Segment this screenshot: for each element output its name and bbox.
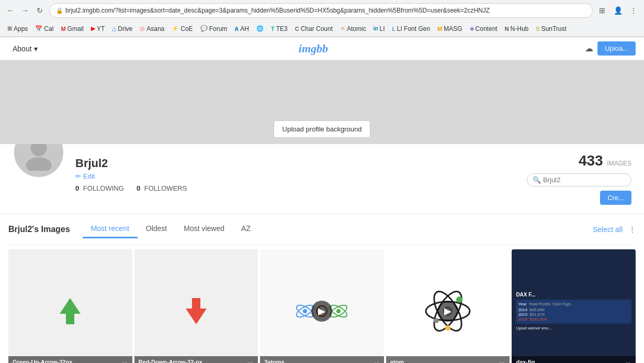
green-arrow-up-svg (54, 295, 86, 327)
bookmark-li-label: LI (380, 25, 385, 32)
te3-icon: T (271, 26, 275, 32)
li-icon: in (374, 26, 378, 31)
about-label: About (13, 45, 32, 53)
sort-icon[interactable]: ⋮ (629, 225, 636, 233)
bookmark-masg[interactable]: M MASG (434, 24, 466, 34)
play-button-3atoms[interactable]: ▶ (311, 301, 332, 322)
bookmark-gmail-label: Gmail (67, 25, 84, 32)
card-info-green-up: Green-Up-Arrow-32px From Brjul2's images (8, 356, 132, 363)
refresh-button[interactable]: ↻ (33, 4, 46, 17)
bookmark-charcount-label: Char Count (301, 25, 333, 32)
follow-stats: 0 FOLLOWING 0 FOLLOWERS (75, 184, 516, 192)
profile-details: Brjul2 ✏ Edit 0 FOLLOWING 0 FOLLOWERS (75, 152, 516, 192)
bookmark-cal[interactable]: 📅 Cal (32, 24, 57, 34)
followers-stat: 0 FOLLOWERS (137, 184, 187, 192)
charcount-icon: C (295, 26, 299, 32)
upload-button[interactable]: Uploa... (597, 41, 636, 56)
bookmarks-bar: ⊞ Apps 📅 Cal M Gmail ▶ YT △ Drive ◎ Asan… (0, 21, 644, 37)
following-label: FOLLOWING (83, 184, 124, 192)
yt-icon: ▶ (91, 25, 95, 32)
bookmark-te3[interactable]: T TE3 (268, 24, 291, 34)
like-icon-red-down[interactable]: ♡ (247, 361, 254, 363)
lock-icon: 🔒 (56, 7, 63, 14)
bookmark-coe[interactable]: ⚡ CoE (168, 24, 196, 34)
tab-oldest[interactable]: Oldest (138, 220, 175, 238)
tab-az[interactable]: AZ (233, 220, 259, 238)
play-button-atom[interactable]: ▶ (437, 301, 458, 322)
bookmark-gmail[interactable]: M Gmail (58, 24, 87, 34)
card-info-atom: atom From Brjul2's images (386, 356, 510, 363)
extensions-button[interactable]: ⊞ (596, 4, 608, 17)
about-dropdown[interactable]: About ▾ (8, 42, 42, 55)
tab-most-viewed[interactable]: Most viewed (175, 220, 233, 238)
nhub-icon: N (505, 26, 509, 32)
image-grid: Green-Up-Arrow-32px From Brjul2's images… (8, 249, 636, 363)
bookmark-nhub-label: N-Hub (511, 25, 529, 32)
user-search-input[interactable] (543, 176, 616, 184)
bookmark-asana[interactable]: ◎ Asana (137, 24, 167, 34)
ah-icon: A (234, 26, 239, 32)
bookmark-cal-label: Cal (44, 25, 53, 32)
bookmark-content[interactable]: ◈ Content (467, 24, 501, 34)
bookmark-forum[interactable]: 💬 Forum (197, 24, 231, 34)
card-title-3atoms: 3atoms (264, 359, 380, 363)
back-button[interactable]: ← (4, 4, 17, 17)
edit-profile-link[interactable]: ✏ Edit (75, 172, 516, 180)
site-logo: imgbb (299, 42, 328, 56)
bookmark-ah[interactable]: A AH (231, 24, 252, 34)
select-all-button[interactable]: Select all (593, 225, 623, 234)
bookmark-drive[interactable]: △ Drive (109, 24, 135, 34)
bookmark-lifontgen[interactable]: L LI Font Gen (389, 24, 434, 34)
bookmark-te3-label: TE3 (276, 25, 288, 32)
user-search-box[interactable]: 🔍 (527, 173, 631, 186)
profile-button[interactable]: 👤 (612, 4, 624, 17)
bookmark-yt[interactable]: ▶ YT (88, 24, 108, 34)
masg-icon: M (437, 26, 442, 32)
bookmark-atomic-label: Atomic (347, 25, 366, 32)
like-icon-dax[interactable]: ♡ (625, 361, 631, 363)
image-card-green-up[interactable]: Green-Up-Arrow-32px From Brjul2's images… (8, 249, 132, 363)
create-album-button[interactable]: Cre... (600, 191, 631, 205)
card-title-dax: dax-fig... (516, 359, 631, 363)
bookmark-content-label: Content (476, 25, 498, 32)
followers-label: FOLLOWERS (144, 184, 187, 192)
bookmark-suntrust[interactable]: S SunTrust (533, 24, 570, 34)
bookmark-asana-label: Asana (146, 25, 164, 32)
forward-button[interactable]: → (19, 4, 31, 17)
coe-icon: ⚡ (172, 25, 179, 32)
browser-chrome: ← → ↻ 🔒 brjul2.imgbb.com/?list=images&so… (0, 0, 644, 37)
image-card-3atoms[interactable]: ▶ 3atoms From Brjul2's images ♡ (260, 249, 384, 363)
tab-most-recent[interactable]: Most recent (83, 220, 138, 238)
upload-profile-background-button[interactable]: Upload profile background (274, 120, 371, 138)
bookmark-apps[interactable]: ⊞ Apps (4, 24, 31, 34)
bookmark-charcount[interactable]: C Char Count (292, 24, 336, 34)
like-icon-3atoms[interactable]: ♡ (373, 361, 380, 363)
address-bar[interactable]: 🔒 brjul2.imgbb.com/?list=images&sort=dat… (49, 3, 593, 18)
tabs: Most recent Oldest Most viewed AZ (83, 220, 259, 238)
card-title-red-down: Red-Down-Arrow-32-px (139, 359, 254, 363)
top-nav: About ▾ imgbb ☁ Uploa... (0, 37, 644, 60)
bookmark-drive-label: Drive (118, 25, 132, 32)
card-info-red-down: Red-Down-Arrow-32-px From Brjul2's image… (134, 356, 258, 363)
bookmark-masg-label: MASG (444, 25, 462, 32)
bookmark-forum-label: Forum (209, 25, 228, 32)
bookmark-globe[interactable]: 🌐 (253, 24, 267, 33)
more-options-button[interactable]: ⋮ (627, 4, 640, 17)
globe-icon: 🌐 (256, 25, 264, 32)
cal-icon: 📅 (35, 25, 42, 32)
bookmark-li[interactable]: in LI (370, 24, 388, 34)
svg-marker-3 (186, 298, 207, 324)
bookmark-suntrust-label: SunTrust (541, 25, 567, 32)
suntrust-icon: S (536, 26, 539, 32)
like-icon-green-up[interactable]: ♡ (121, 361, 128, 363)
forum-icon: 💬 (200, 25, 208, 32)
bookmark-nhub[interactable]: N N-Hub (502, 24, 532, 34)
image-card-atom[interactable]: ▶ atom From Brjul2's images ♡ (386, 249, 510, 363)
url-text: brjul2.imgbb.com/?list=images&sort=date_… (65, 7, 586, 14)
image-card-dax[interactable]: DAX F... Year Total Profits DAX Figh... … (512, 249, 636, 363)
images-title: Brjul2's Images (8, 225, 70, 234)
like-icon-atom[interactable]: ♡ (499, 361, 505, 363)
images-count-row: 433 IMAGES (527, 152, 631, 169)
bookmark-atomic[interactable]: ⚛ Atomic (337, 24, 369, 34)
image-card-red-down[interactable]: Red-Down-Arrow-32-px From Brjul2's image… (134, 249, 258, 363)
